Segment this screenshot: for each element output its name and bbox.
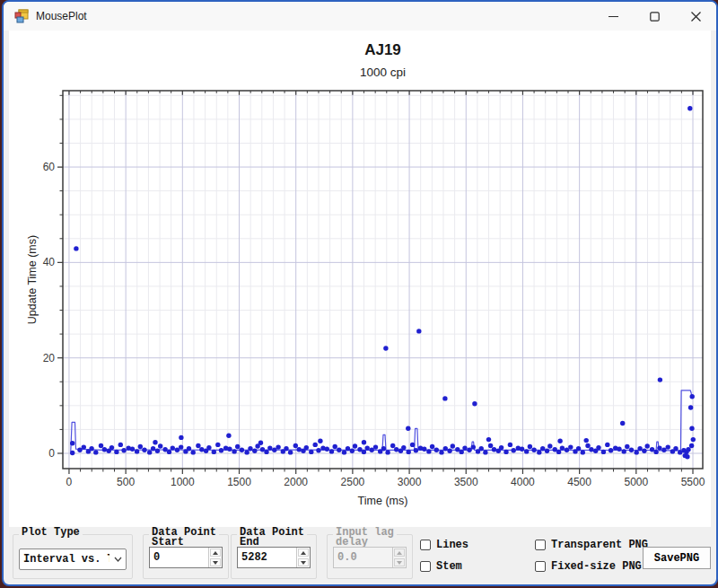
- data-point-start-value: 0: [150, 548, 208, 567]
- minimize-icon: [609, 12, 618, 22]
- plot-type-label: Plot Type: [19, 528, 83, 538]
- plot-type-value: Interval vs. Tim: [20, 553, 109, 566]
- data-point-end-group: Data Point End 5282: [231, 534, 317, 579]
- svg-text:0: 0: [66, 476, 73, 488]
- app-icon: [14, 9, 29, 23]
- plot-canvas: 0500100015002000250030003500400045005000…: [9, 31, 711, 527]
- spin-down-button[interactable]: [298, 558, 309, 566]
- svg-text:1000 cpi: 1000 cpi: [360, 66, 406, 79]
- svg-text:1000: 1000: [171, 476, 195, 488]
- plot-type-dropdown[interactable]: Interval vs. Tim: [19, 549, 127, 570]
- lines-checkbox-label: Lines: [436, 539, 468, 551]
- stem-checkbox[interactable]: Stem: [420, 560, 462, 573]
- data-point-end-value: 5282: [238, 548, 296, 567]
- maximize-icon: [650, 12, 660, 22]
- spin-down-button: [394, 558, 405, 566]
- spin-up-button: [394, 549, 405, 557]
- svg-text:3000: 3000: [398, 476, 422, 488]
- maximize-button[interactable]: [634, 2, 675, 31]
- svg-text:4500: 4500: [567, 476, 591, 488]
- fixed-size-png-checkbox[interactable]: Fixed-size PNG: [535, 560, 642, 573]
- svg-text:4000: 4000: [511, 476, 535, 488]
- save-png-button[interactable]: SavePNG: [643, 547, 711, 569]
- svg-text:1500: 1500: [227, 476, 251, 488]
- input-lag-value: 0.0: [334, 548, 392, 567]
- close-button[interactable]: [675, 2, 716, 31]
- data-point-start-group: Data Point Start 0: [143, 534, 229, 579]
- data-point-end-stepper[interactable]: 5282: [237, 547, 311, 568]
- close-icon: [691, 12, 701, 22]
- svg-text:Time (ms): Time (ms): [358, 495, 408, 507]
- svg-text:2000: 2000: [284, 476, 308, 488]
- input-lag-label: Input lag delay: [333, 528, 397, 548]
- svg-text:Update Time (ms): Update Time (ms): [26, 235, 39, 324]
- svg-text:40: 40: [43, 256, 56, 268]
- checkbox-icon: [535, 561, 546, 572]
- spin-down-button[interactable]: [210, 558, 221, 566]
- data-point-start-stepper[interactable]: 0: [149, 547, 223, 568]
- stem-checkbox-label: Stem: [436, 560, 462, 573]
- transparent-png-checkbox[interactable]: Transparent PNG: [535, 539, 648, 551]
- spin-up-button[interactable]: [298, 549, 309, 557]
- window-title: MousePlot: [36, 10, 87, 22]
- minimize-button[interactable]: [592, 2, 634, 31]
- fixed-size-png-checkbox-label: Fixed-size PNG: [551, 560, 642, 573]
- svg-text:2500: 2500: [341, 476, 365, 488]
- title-bar: MousePlot: [4, 2, 716, 31]
- checkbox-icon: [535, 540, 546, 550]
- plot-type-group: Plot Type Interval vs. Tim: [13, 534, 133, 579]
- svg-text:AJ19: AJ19: [364, 41, 401, 58]
- app-window: MousePlot 05001000150020002500300035004: [2, 0, 718, 586]
- lines-checkbox[interactable]: Lines: [420, 539, 468, 551]
- data-point-start-label: Data Point Start: [149, 528, 219, 548]
- svg-text:60: 60: [43, 161, 56, 173]
- transparent-png-checkbox-label: Transparent PNG: [551, 539, 648, 551]
- svg-text:500: 500: [117, 476, 135, 488]
- svg-text:3500: 3500: [454, 476, 478, 488]
- data-point-end-label: Data Point End: [237, 528, 307, 548]
- checkbox-icon: [420, 561, 431, 572]
- svg-text:0: 0: [48, 447, 55, 460]
- svg-text:5500: 5500: [681, 476, 705, 488]
- control-panel: Plot Type Interval vs. Tim Data Point St…: [4, 527, 716, 584]
- chevron-down-icon: [109, 557, 126, 562]
- svg-text:5000: 5000: [624, 476, 648, 488]
- input-lag-group: Input lag delay 0.0: [327, 534, 413, 579]
- checkbox-icon: [420, 540, 431, 550]
- input-lag-stepper: 0.0: [333, 547, 407, 568]
- scatter-chart: 0500100015002000250030003500400045005000…: [9, 31, 713, 527]
- svg-text:20: 20: [43, 352, 56, 364]
- spin-up-button[interactable]: [210, 549, 221, 557]
